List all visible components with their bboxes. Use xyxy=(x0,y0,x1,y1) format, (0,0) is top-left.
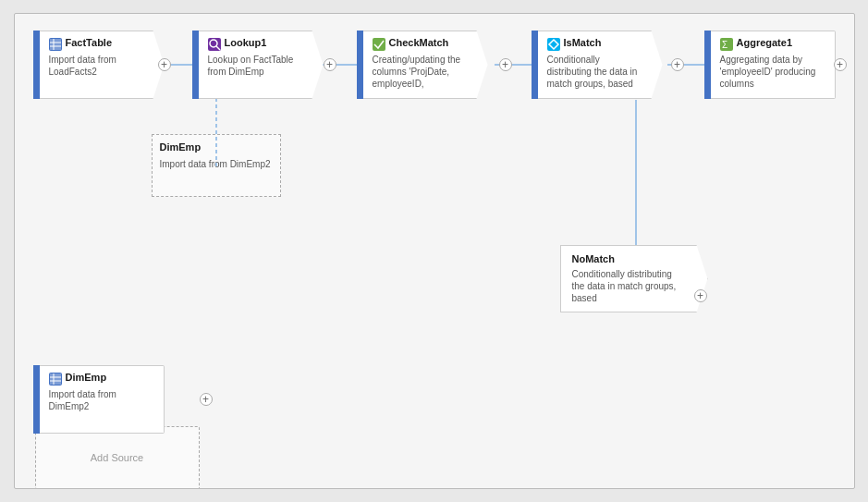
isMatch-body: IsMatch Conditionally distributing the d… xyxy=(538,31,663,99)
lookup1-desc: Lookup on FactTable from DimEmp xyxy=(208,54,303,78)
isMatch-node[interactable]: IsMatch Conditionally distributing the d… xyxy=(532,31,663,99)
aggregate1-bar xyxy=(704,31,711,99)
dimEmpSolid-desc: Import data from DimEmp2 xyxy=(49,388,154,412)
checkMatch-bar xyxy=(357,31,363,99)
svg-point-11 xyxy=(210,40,217,47)
isMatch-icon xyxy=(547,38,560,51)
lookup1-plus[interactable]: + xyxy=(324,58,336,71)
aggregate1-title: Aggregate1 xyxy=(737,37,793,48)
factTable-bar xyxy=(33,31,40,99)
checkMatch-node[interactable]: CheckMatch Creating/updating the columns… xyxy=(357,31,488,99)
add-source-box[interactable]: Add Source xyxy=(35,426,200,489)
dimEmpSolid-title: DimEmp xyxy=(66,372,107,383)
svg-rect-7 xyxy=(50,39,61,50)
dimEmpSolid-body: DimEmp Import data from DimEmp2 xyxy=(40,365,165,434)
factTable-node[interactable]: FactTable Import data from LoadFacts2 xyxy=(33,31,165,99)
lookup1-icon xyxy=(208,38,221,51)
isMatch-desc: Conditionally distributing the data in m… xyxy=(547,54,642,90)
lookup1-body: Lookup1 Lookup on FactTable from DimEmp xyxy=(199,31,324,99)
lookup1-title: Lookup1 xyxy=(225,37,267,48)
factTable-title: FactTable xyxy=(66,37,113,48)
isMatch-plus[interactable]: + xyxy=(671,58,684,71)
dimEmpSolid-node[interactable]: DimEmp Import data from DimEmp2 xyxy=(33,365,165,434)
add-source-label: Add Source xyxy=(91,452,143,463)
dimEmpSolid-icon xyxy=(49,373,62,386)
aggregate1-icon: Σ xyxy=(720,38,733,51)
factTable-body: FactTable Import data from LoadFacts2 xyxy=(40,31,165,99)
svg-rect-14 xyxy=(50,373,61,385)
noMatch-desc: Conditionally distributing the data in m… xyxy=(572,268,681,304)
lookup1-bar xyxy=(192,31,199,99)
isMatch-title: IsMatch xyxy=(564,37,602,48)
isMatch-bar xyxy=(532,31,538,99)
lookup1-node[interactable]: Lookup1 Lookup on FactTable from DimEmp xyxy=(192,31,324,99)
svg-line-12 xyxy=(216,46,220,50)
checkMatch-desc: Creating/updating the columns 'ProjDate,… xyxy=(373,54,468,90)
noMatch-title: NoMatch xyxy=(572,253,681,264)
svg-text:Σ: Σ xyxy=(722,40,727,50)
factTable-desc: Import data from LoadFacts2 xyxy=(49,54,144,78)
dimEmp-dashed-node[interactable]: DimEmp Import data from DimEmp2 xyxy=(152,134,281,197)
dimEmp-dashed-desc: Import data from DimEmp2 xyxy=(160,158,273,170)
canvas: FactTable Import data from LoadFacts2 + … xyxy=(14,13,855,489)
checkMatch-plus[interactable]: + xyxy=(499,58,512,71)
aggregate1-plus[interactable]: + xyxy=(834,58,847,71)
aggregate1-node[interactable]: Σ Aggregate1 Aggregating data by 'employ… xyxy=(704,31,836,99)
dimEmpSolid-bar xyxy=(33,365,40,434)
factTable-plus[interactable]: + xyxy=(158,58,171,71)
aggregate1-desc: Aggregating data by 'employeeID' produci… xyxy=(720,54,825,90)
dimEmpSolid-plus[interactable]: + xyxy=(200,393,213,406)
dimEmp-dashed-title: DimEmp xyxy=(160,141,273,153)
noMatch-plus[interactable]: + xyxy=(694,289,707,302)
checkMatch-body: CheckMatch Creating/updating the columns… xyxy=(363,31,488,99)
checkMatch-icon xyxy=(373,38,385,51)
aggregate1-body: Σ Aggregate1 Aggregating data by 'employ… xyxy=(711,31,836,99)
noMatch-node[interactable]: NoMatch Conditionally distributing the d… xyxy=(560,245,708,312)
factTable-icon xyxy=(49,38,62,51)
checkMatch-title: CheckMatch xyxy=(389,37,449,48)
